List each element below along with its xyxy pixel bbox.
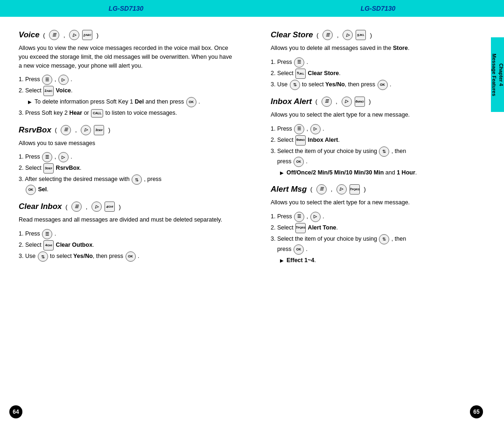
clear-store-steps: 1. Press ☰ . 2. Select 5JKL Clear Store.… — [271, 57, 478, 90]
step: 1. Press ☰ , ▷ . — [19, 75, 233, 85]
step: 2. Select 3DEF RsrvBox. — [19, 163, 233, 174]
step: 3. Select the item of your choice by usi… — [271, 146, 478, 167]
step-sub: Effect 1~4. — [280, 256, 478, 265]
alert-msg-steps: 1. Press ☰ , ▷ . 2. Select 7PQRS Alert T… — [271, 212, 478, 265]
right-content: Clear Store ( ☰ , ▷ 5JKL ) Allows you to… — [252, 17, 504, 424]
num4-icon: 4GHI — [43, 240, 54, 250]
step: 3. Select the item of your choice by usi… — [271, 234, 478, 255]
clear-store-body: Allows you to delete all messages saved … — [271, 44, 478, 53]
step: 2. Select 4GHI Clear Outbox. — [19, 240, 233, 250]
updown-icon-r: ⇅ — [132, 174, 142, 185]
num6mno-icon: 6MNO — [355, 97, 365, 107]
step: 2. Select 6MNO Inbox Alert. — [271, 135, 478, 146]
menu-icon-ia: ☰ — [322, 97, 332, 107]
clear-inbox-section: Clear Inbox ( ☰ , ▷ 4GHI ) Read messages… — [19, 202, 233, 262]
voice-steps: 1. Press ☰ , ▷ . 2. Select 2ABC Voice. T… — [19, 75, 233, 118]
rsrvbox-steps: 1. Press ☰ , ▷ . 2. Select 3DEF RsrvBox.… — [19, 152, 233, 195]
arrow-icon-am — [280, 256, 285, 265]
step-sub: Off/Once/2 Min/5 Min/10 Min/30 Min and 1… — [280, 168, 478, 178]
num5jkl-icon: 5JKL — [356, 30, 366, 40]
step: 3. After selecting the desired message w… — [19, 174, 233, 195]
alert-msg-section: Alert Msg ( ☰ , ▷ 7PQRS ) Allows you to … — [271, 184, 478, 265]
page-number-left: 64 — [9, 405, 22, 418]
step: 2. Select 2ABC Voice. — [19, 86, 233, 96]
right-arrow-icon-ci: ▷ — [91, 202, 102, 212]
updown-icon-am: ⇅ — [379, 234, 389, 244]
rsrvbox-body: Allows you to save messages — [19, 139, 233, 148]
right-icon-am1: ▷ — [310, 212, 321, 222]
menu-icon-cs1: ☰ — [294, 57, 304, 68]
num3-icon: 3DEF — [43, 163, 54, 174]
clear-inbox-steps: 1. Press ☰ . 2. Select 4GHI Clear Outbox… — [19, 229, 233, 262]
num3def-icon: 3DEF — [94, 125, 104, 135]
step: 3. Use ⇅ to select Yes/No, then press OK… — [271, 80, 478, 90]
right-arrow-icon-cs: ▷ — [343, 30, 353, 40]
alert-msg-title: Alert Msg ( ☰ , ▷ 7PQRS ) — [271, 184, 478, 195]
menu-icon-r1: ☰ — [42, 152, 52, 162]
clear-store-title: Clear Store ( ☰ , ▷ 5JKL ) — [271, 30, 478, 40]
step: 1. Press ☰ . — [271, 57, 478, 68]
menu-icon-ia1: ☰ — [294, 124, 304, 134]
left-header: LG-SD7130 — [0, 0, 252, 17]
ok-icon-r: OK — [26, 185, 36, 195]
rsrvbox-section: RsrvBox ( ☰ , ▷ 3DEF ) Allows you to sav… — [19, 125, 233, 195]
updown-icon-cs: ⇅ — [290, 80, 300, 90]
right-header-title: LG-SD7130 — [361, 5, 396, 12]
num2abc-icon-v: 2ABC — [82, 30, 92, 40]
ok-icon-cs: OK — [378, 80, 388, 90]
page-number-right: 65 — [470, 405, 483, 418]
left-header-title: LG-SD7130 — [109, 5, 144, 12]
page-right: LG-SD7130 Chapter 4 Message Features Cle… — [252, 0, 504, 424]
right-icon-r1: ▷ — [58, 152, 69, 162]
step: 1. Press ☰ , ▷ . — [19, 152, 233, 162]
voice-title: Voice ( ☰ , ▷ 2ABC ) — [19, 30, 233, 40]
inbox-alert-title: Inbox Alert ( ☰ , ▷ 6MNO ) — [271, 97, 478, 107]
ok-icon-ci: OK — [126, 251, 136, 262]
clear-inbox-body: Read messages and all messages are divid… — [19, 215, 233, 224]
step-sub: To delete information press Soft Key 1 D… — [28, 97, 233, 107]
ok-icon-am: OK — [294, 244, 304, 255]
right-arrow-icon-v: ▷ — [69, 30, 79, 40]
inbox-alert-steps: 1. Press ☰ , ▷ . 2. Select 6MNO Inbox Al… — [271, 124, 478, 178]
right-arrow-icon-ia: ▷ — [342, 97, 352, 107]
menu-icon-r: ☰ — [61, 125, 71, 135]
updown-icon-ci: ⇅ — [38, 251, 48, 262]
step: 2. Select 5JKL Clear Store. — [271, 69, 478, 79]
alert-msg-body: Allows you to select the alert type for … — [271, 198, 478, 207]
right-icon-ia1: ▷ — [310, 124, 321, 134]
arrow-icon-ia — [280, 168, 285, 178]
rsrvbox-title: RsrvBox ( ☰ , ▷ 3DEF ) — [19, 125, 233, 135]
voice-section: Voice ( ☰ , ▷ 2ABC ) Allows you to view … — [19, 30, 233, 118]
chapter-tab: Chapter 4 Message Features — [491, 37, 504, 112]
right-icon: ▷ — [58, 75, 69, 85]
ok-icon: OK — [186, 97, 196, 107]
clear-store-section: Clear Store ( ☰ , ▷ 5JKL ) Allows you to… — [271, 30, 478, 90]
step: 3. Use ⇅ to select Yes/No, then press OK… — [19, 251, 233, 262]
menu-icon-am1: ☰ — [294, 212, 304, 222]
step: 1. Press ☰ . — [19, 229, 233, 239]
menu-icon-ci1: ☰ — [42, 229, 52, 239]
page-left: LG-SD7130 Voice ( ☰ , ▷ 2ABC ) Allows yo… — [0, 0, 252, 424]
right-arrow-icon-r: ▷ — [81, 125, 91, 135]
menu-icon-am: ☰ — [316, 184, 327, 195]
menu-icon-ci: ☰ — [71, 202, 82, 212]
num7pqrs-icon: 7PQRS — [350, 184, 360, 195]
inbox-alert-body: Allows you to select the alert type for … — [271, 111, 478, 119]
step: 2. Select 7PQRS Alert Tone. — [271, 223, 478, 233]
menu-icon: ☰ — [42, 75, 52, 85]
num4ghi-icon: 4GHI — [105, 202, 115, 212]
right-arrow-icon-am: ▷ — [336, 184, 347, 195]
inbox-alert-section: Inbox Alert ( ☰ , ▷ 6MNO ) Allows you to… — [271, 97, 478, 178]
num5-icon: 5JKL — [295, 69, 306, 79]
call-icon: CALL — [91, 109, 103, 118]
num2-icon: 2ABC — [43, 86, 54, 96]
left-content: Voice ( ☰ , ▷ 2ABC ) Allows you to view … — [0, 17, 252, 424]
voice-body: Allows you to view the new voice message… — [19, 44, 233, 70]
clear-inbox-title: Clear Inbox ( ☰ , ▷ 4GHI ) — [19, 202, 233, 212]
menu-icon-cs: ☰ — [322, 30, 333, 40]
step: 3. Press Soft key 2 Hear or CALL to list… — [19, 108, 233, 118]
arrow-icon — [28, 97, 33, 107]
num7-icon: 7PQRS — [295, 223, 306, 233]
updown-icon-ia: ⇅ — [379, 146, 389, 157]
num6-icon: 6MNO — [295, 135, 306, 146]
